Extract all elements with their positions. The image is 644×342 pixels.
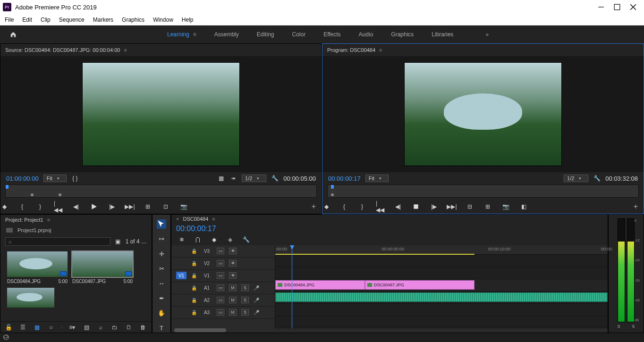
menu-sequence[interactable]: Sequence — [59, 17, 85, 23]
program-timecode-in[interactable]: 00:00:00:17 — [328, 175, 361, 182]
voice-over-icon[interactable]: 🎤 — [254, 310, 259, 315]
timeline-panel-menu-icon[interactable]: ≡ — [212, 216, 215, 222]
ripple-edit-tool-icon[interactable]: ✛ — [157, 249, 166, 258]
prog-stop-icon[interactable] — [412, 203, 420, 210]
step-back-icon[interactable]: ◀| — [72, 203, 80, 210]
track-output-icon[interactable]: 👁 — [229, 272, 237, 279]
close-button[interactable] — [630, 4, 636, 10]
track-lock-icon[interactable]: 🔒 — [191, 285, 197, 291]
prog-go-to-out-icon[interactable]: ▶▶| — [448, 203, 456, 210]
menu-help[interactable]: Help — [182, 17, 194, 23]
source-add-button-icon[interactable]: + — [312, 202, 316, 211]
go-to-in-icon[interactable]: |◀◀ — [54, 203, 62, 210]
zoom-slider[interactable] — [61, 326, 62, 328]
workspace-editing[interactable]: Editing — [257, 31, 274, 38]
new-item-icon[interactable]: 🗋 — [125, 324, 133, 331]
program-resolution-select[interactable]: 1/2 — [564, 175, 588, 182]
freeform-view-icon[interactable]: ○ — [47, 324, 55, 331]
menu-edit[interactable]: Edit — [22, 17, 32, 23]
tl-wrench-icon[interactable]: 🔧 — [242, 236, 250, 243]
menu-markers[interactable]: Markers — [93, 17, 113, 23]
project-filter-icon[interactable]: ▣ — [114, 238, 122, 245]
track-lock-icon[interactable]: 🔒 — [191, 310, 197, 315]
workspace-color[interactable]: Color — [292, 31, 305, 38]
track-toggle-icon[interactable]: ▭ — [217, 260, 224, 267]
track-target[interactable]: V1 — [176, 272, 186, 279]
track-lane-a2[interactable] — [275, 304, 608, 316]
play-icon[interactable] — [90, 203, 98, 210]
timeline-audio-clip[interactable] — [275, 292, 608, 302]
source-timecode-in[interactable]: 01:00:00:00 — [6, 175, 39, 182]
delete-icon[interactable]: 🗑 — [139, 324, 147, 331]
prog-step-back-icon[interactable]: ◀| — [394, 203, 402, 210]
list-view-icon[interactable]: ☰ — [19, 324, 26, 331]
minimize-button[interactable] — [598, 4, 604, 10]
type-tool-icon[interactable]: T — [157, 324, 166, 333]
new-bin-icon[interactable]: 🗀 — [111, 324, 119, 331]
mark-out-icon[interactable]: } — [36, 203, 44, 210]
workspace-overflow-icon[interactable]: » — [485, 31, 489, 38]
project-search-input[interactable]: ⌕ — [5, 237, 110, 246]
workspace-graphics[interactable]: Graphics — [391, 31, 414, 38]
mute-button[interactable]: M — [229, 309, 237, 316]
program-viewer[interactable] — [322, 56, 644, 172]
timeline-ruler[interactable]: :00:0000:00:05:0000:00:10:0000:00: — [275, 245, 608, 255]
track-lock-icon[interactable]: 🔒 — [191, 298, 197, 303]
workspace-learning[interactable]: Learning≡ — [167, 31, 196, 38]
sort-icon[interactable]: ≡▾ — [68, 324, 76, 331]
pen-tool-icon[interactable]: ✒ — [157, 294, 166, 303]
timeline-hscroll[interactable] — [171, 328, 608, 333]
overwrite-icon[interactable]: ⊡ — [162, 203, 169, 210]
track-toggle-icon[interactable]: ▭ — [217, 297, 224, 303]
prog-compare-icon[interactable]: ◧ — [520, 203, 527, 210]
menu-file[interactable]: File — [5, 17, 14, 23]
track-lock-icon[interactable]: 🔒 — [191, 261, 197, 266]
slip-tool-icon[interactable]: ↔ — [157, 279, 166, 288]
source-wrench-icon[interactable]: 🔧 — [271, 175, 279, 182]
program-zoom-select[interactable]: Fit — [365, 175, 389, 182]
home-icon[interactable] — [9, 31, 17, 38]
timeline-video-clip[interactable]: DSC00484.JPG — [275, 280, 365, 290]
solo-button[interactable]: S — [241, 309, 249, 316]
creative-cloud-icon[interactable] — [0, 333, 644, 342]
prog-export-frame-icon[interactable]: 📷 — [502, 203, 509, 210]
solo-button[interactable]: S — [241, 284, 249, 291]
track-lock-icon[interactable]: 🔒 — [191, 273, 197, 278]
linked-selection-icon[interactable]: ⋂ — [194, 236, 202, 243]
prog-mark-in-icon[interactable]: { — [340, 203, 348, 210]
project-clip[interactable]: DSC00484.JPG5:00 — [7, 251, 68, 284]
go-to-out-icon[interactable]: ▶▶| — [126, 203, 134, 210]
auto-sequence-icon[interactable]: ▤ — [83, 324, 90, 331]
source-zoom-select[interactable]: Fit — [43, 175, 67, 182]
razor-tool-icon[interactable]: ✂ — [157, 264, 166, 273]
prog-lift-icon[interactable]: ⊟ — [466, 203, 474, 210]
workspace-audio[interactable]: Audio — [359, 31, 373, 38]
workspace-effects[interactable]: Effects — [323, 31, 340, 38]
program-wrench-icon[interactable]: 🔧 — [593, 175, 601, 182]
selection-tool-icon[interactable] — [157, 219, 166, 229]
track-toggle-icon[interactable]: ▭ — [217, 248, 224, 254]
add-marker-icon[interactable]: ◆ — [0, 203, 8, 210]
workspace-libraries[interactable]: Libraries — [432, 31, 453, 38]
program-ruler[interactable] — [327, 184, 639, 198]
workspace-assembly[interactable]: Assembly — [214, 31, 239, 38]
menu-clip[interactable]: Clip — [41, 17, 51, 23]
track-lane-a1[interactable] — [275, 292, 608, 304]
solo-button[interactable]: S — [241, 297, 249, 303]
track-lane-a3[interactable] — [275, 316, 608, 328]
timeline-video-clip[interactable]: DSC00487.JPG — [365, 280, 475, 290]
source-bracket-icon[interactable]: { } — [71, 175, 79, 182]
track-lock-icon[interactable]: 🔒 — [191, 249, 197, 254]
track-toggle-icon[interactable]: ▭ — [217, 272, 224, 279]
solo-right[interactable]: S — [632, 324, 635, 329]
timeline-timecode[interactable]: 00:00:00:17 — [171, 224, 608, 236]
program-add-button-icon[interactable]: + — [634, 202, 638, 211]
track-lane-v3[interactable] — [275, 255, 608, 267]
maximize-button[interactable] — [614, 4, 620, 10]
mark-in-icon[interactable]: { — [18, 203, 26, 210]
timeline-tab-title[interactable]: DSC00484 — [183, 216, 208, 222]
source-viewer[interactable] — [0, 56, 322, 172]
voice-over-icon[interactable]: 🎤 — [254, 298, 259, 303]
step-forward-icon[interactable]: |▶ — [108, 203, 116, 210]
prog-step-forward-icon[interactable]: |▶ — [430, 203, 438, 210]
